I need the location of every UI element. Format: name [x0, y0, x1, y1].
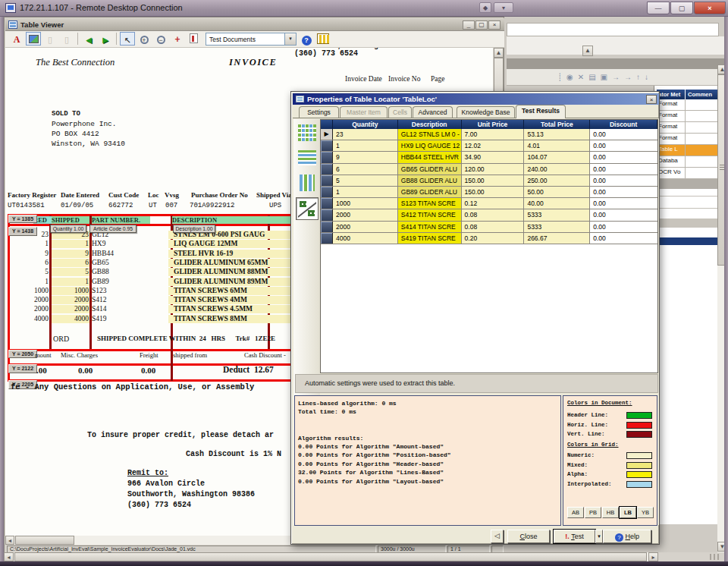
algorithm-button-yb[interactable]: YB	[637, 507, 654, 518]
scroll-left-icon[interactable]: ◂	[5, 536, 14, 545]
grid-cell[interactable]: HBB44 STEEL HVR	[398, 152, 462, 162]
grid-cell[interactable]: 12.02	[462, 140, 525, 151]
dialog-titlebar[interactable]: Properties of Table Locator 'TableLoc' ×	[293, 93, 659, 105]
tab-test-results[interactable]: Test Results	[516, 105, 566, 118]
rdp-menu-icon[interactable]: ▾	[494, 2, 513, 13]
tab-knowledge-base[interactable]: Knowledge Base	[457, 106, 515, 118]
test-dropdown-icon[interactable]: ▾	[595, 530, 603, 543]
col-header-total-price[interactable]: Total Price	[524, 120, 590, 129]
columns-icon[interactable]	[315, 32, 331, 46]
table-row[interactable]: 1GB89 GLIDER ALU150.0050.000.00	[321, 187, 657, 198]
grid-cell[interactable]: HX9 LIQ GAUGE 12	[398, 140, 462, 151]
row-selector[interactable]	[321, 233, 333, 244]
back-button[interactable]: ◁	[491, 530, 504, 543]
prev-doc-icon[interactable]: ◀	[81, 32, 96, 46]
test-button[interactable]: !. Test	[554, 530, 595, 543]
grid-cell[interactable]: 5333	[524, 209, 590, 220]
background-grid-row[interactable]: Format	[657, 122, 719, 134]
grid-cell[interactable]: S123 TITAN SCRE	[398, 198, 462, 209]
scroll-right-icon[interactable]: ▸	[648, 552, 658, 561]
grid-cell[interactable]: 4.01	[524, 140, 590, 151]
algorithm-button-pb[interactable]: PB	[585, 507, 601, 518]
tab-cells[interactable]: Cells	[388, 106, 412, 118]
grid-cell[interactable]: 34.90	[462, 152, 525, 162]
fit-page-icon[interactable]: +	[170, 32, 185, 46]
rdp-close-button[interactable]: ×	[694, 2, 726, 14]
grid-cell[interactable]: 120.00	[462, 164, 525, 175]
grid-cell[interactable]: 40.00	[524, 198, 590, 209]
grid-cell[interactable]: 0.00	[590, 187, 657, 197]
table-row[interactable]: 9HBB44 STEEL HVR34.90104.070.00	[321, 152, 657, 163]
grid-cell[interactable]: 150.00	[462, 187, 525, 197]
text-view-icon[interactable]: A	[9, 32, 24, 46]
next-page-icon[interactable]: ▯	[59, 32, 74, 46]
help-button[interactable]: ? Help	[603, 530, 651, 543]
grid-cell[interactable]: 266.67	[524, 233, 590, 244]
duplicate-icon[interactable]: ▣	[601, 73, 612, 81]
col-header-description[interactable]: Description	[398, 120, 462, 129]
next-doc-icon[interactable]: ▶	[98, 32, 113, 46]
scroll-thumb[interactable]	[15, 536, 74, 545]
fit-width-icon[interactable]	[187, 32, 202, 46]
chevron-down-icon[interactable]: ▾	[284, 33, 296, 45]
rdp-hscrollbar[interactable]: ◂ ▸	[4, 552, 658, 561]
grid-cell[interactable]: 1	[333, 140, 398, 151]
scroll-left-icon[interactable]: ◂	[4, 552, 14, 561]
grid-cell[interactable]: 0.00	[590, 129, 657, 140]
view-rows-button[interactable]	[296, 147, 318, 168]
grid-cell[interactable]: 5333	[524, 222, 590, 232]
table-row[interactable]: 2000S412 TITAN SCRE0.0853330.00	[321, 209, 657, 221]
background-grid-row[interactable]: OCR Vo	[657, 168, 719, 179]
drag-handle-icon[interactable]: ┊	[557, 73, 566, 81]
properties-icon[interactable]: ▤	[588, 73, 600, 81]
rdp-pin-icon[interactable]: ◆	[479, 2, 491, 13]
export-icon[interactable]: →	[612, 73, 624, 81]
tab-advanced[interactable]: Advanced	[413, 106, 453, 118]
grid-cell[interactable]: 0.00	[590, 164, 657, 175]
background-grid-row[interactable]: Format	[657, 111, 719, 122]
find-icon[interactable]: ◉	[566, 73, 578, 81]
viewer-maximize-button[interactable]: ▢	[475, 20, 488, 30]
grid-cell[interactable]: 1000	[333, 198, 398, 209]
col-header-discount[interactable]: Discount	[590, 120, 657, 129]
grid-cell[interactable]: 0.12	[462, 198, 525, 209]
grid-cell[interactable]: S414 TITAN SCRE	[398, 222, 462, 232]
import-icon[interactable]: →	[624, 73, 636, 81]
grid-cell[interactable]: GB65 GLIDER ALU	[398, 164, 462, 175]
grid-cell[interactable]: 23	[333, 129, 398, 140]
row-selector[interactable]	[321, 222, 333, 232]
background-grid-row[interactable]: Table L	[657, 145, 719, 156]
row-selector[interactable]	[321, 164, 333, 175]
row-selector[interactable]	[321, 209, 333, 220]
view-diagonal-button[interactable]	[296, 197, 318, 220]
prev-page-icon[interactable]: ▯	[42, 32, 58, 46]
algorithm-button-hb[interactable]: HB	[602, 507, 619, 518]
resize-grip[interactable]	[710, 554, 719, 560]
grid-cell[interactable]: 2000	[333, 209, 398, 220]
grid-cell[interactable]: 0.08	[462, 209, 525, 220]
grid-cell[interactable]: GL12 STNLS LM 0 -	[398, 129, 462, 140]
row-selector[interactable]	[321, 198, 333, 209]
rdp-restore-button[interactable]: ▢	[670, 2, 693, 14]
grid-cell[interactable]: 0.00	[590, 233, 657, 244]
document-set-combo[interactable]: Test Documents▾	[206, 33, 297, 46]
move-down-icon[interactable]: ↓	[645, 73, 653, 81]
grid-cell[interactable]: 0.00	[590, 152, 657, 162]
row-selector[interactable]	[321, 152, 333, 162]
row-selector[interactable]	[321, 140, 333, 151]
grid-cell[interactable]: 150.00	[462, 175, 525, 186]
grid-cell[interactable]: 6	[333, 164, 398, 175]
help-icon[interactable]: ?	[299, 32, 314, 46]
background-grid-row[interactable]: Format	[657, 99, 719, 111]
algorithm-button-ab[interactable]: AB	[567, 507, 584, 518]
table-row[interactable]: 6GB65 GLIDER ALU120.00240.000.00	[321, 164, 657, 175]
grid-cell[interactable]: 0.20	[462, 233, 525, 244]
grid-cell[interactable]: 0.08	[462, 222, 525, 232]
grid-cell[interactable]: GB88 GLIDER ALU	[398, 175, 462, 186]
background-scroll-up-icon[interactable]: ▲	[582, 46, 593, 56]
grid-cell[interactable]: 0.00	[590, 140, 657, 151]
row-selector[interactable]	[321, 175, 333, 186]
dialog-close-icon[interactable]: ×	[646, 95, 657, 104]
table-row[interactable]: 1000S123 TITAN SCRE0.1240.000.00	[321, 198, 657, 209]
table-row[interactable]: 1HX9 LIQ GAUGE 1212.024.010.00	[321, 140, 657, 152]
